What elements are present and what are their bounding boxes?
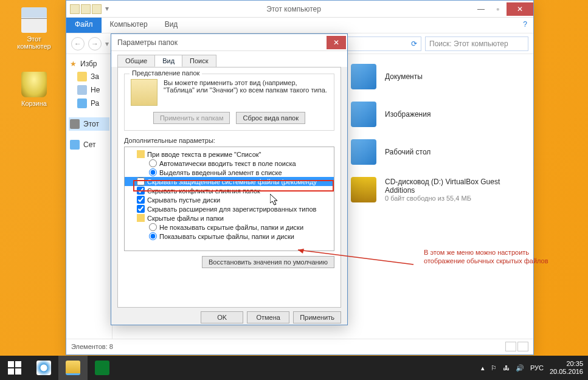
item-label: CD-дисковод (D:) VirtualBox Guest Additi… <box>385 178 519 195</box>
store-icon <box>95 361 109 375</box>
tab-search[interactable]: Поиск <box>182 55 216 67</box>
annotation-text: В этом же меню можно настроить отображен… <box>424 248 564 266</box>
ribbon: Файл Компьютер Вид ? <box>66 18 533 33</box>
status-bar: Элементов: 8 <box>66 339 533 353</box>
search-input[interactable]: Поиск: Этот компьютер <box>425 36 528 51</box>
list-item[interactable]: Рабочий стол <box>351 136 521 173</box>
ribbon-tab-view[interactable]: Вид <box>156 18 187 33</box>
maximize-button[interactable]: ▫ <box>489 2 507 16</box>
radio[interactable] <box>149 168 157 176</box>
restore-defaults-button[interactable]: Восстановить значения по умолчанию <box>202 256 334 268</box>
tree-item[interactable]: Скрывать конфликты слияния папок <box>125 186 334 195</box>
list-item[interactable]: Документы <box>351 60 521 98</box>
windows-icon <box>8 361 21 375</box>
explorer-icon <box>66 361 80 375</box>
qat-icon[interactable] <box>92 4 102 14</box>
group-label: Представление папок <box>130 69 202 77</box>
sidebar-item-network[interactable]: Сет <box>69 138 109 151</box>
list-item[interactable]: Изображения <box>351 98 521 136</box>
ie-icon <box>36 361 51 375</box>
chevron-down-icon[interactable]: ▾ <box>105 40 109 48</box>
folder-views-group: Представление папок Вы можете применить … <box>124 74 334 131</box>
taskbar-ie[interactable] <box>29 356 58 380</box>
tree-item[interactable]: Автоматически вводить текст в поле поиск… <box>125 159 334 168</box>
folder-icon <box>351 139 376 165</box>
start-button[interactable] <box>0 356 29 380</box>
monitor-icon <box>21 7 47 33</box>
chevron-down-icon[interactable]: ▾ <box>103 4 111 14</box>
list-item[interactable]: CD-дисковод (D:) VirtualBox Guest Additi… <box>351 173 521 211</box>
tree-item[interactable]: Показывать скрытые файлы, папки и диски <box>125 232 334 241</box>
tray-date: 20.05.2016 <box>550 368 583 376</box>
refresh-icon[interactable]: ⟳ <box>411 40 417 48</box>
sidebar-item-downloads[interactable]: За <box>69 70 109 83</box>
sidebar-item-desktop[interactable]: Ра <box>69 97 109 110</box>
radio[interactable] <box>149 159 157 167</box>
tree-item[interactable]: Скрывать расширения для зарегистрированн… <box>125 204 334 213</box>
dialog-title: Параметры папок <box>117 38 178 47</box>
forward-button[interactable]: → <box>88 37 102 50</box>
close-button[interactable]: ✕ <box>507 2 533 16</box>
apply-button[interactable]: Применить <box>293 311 341 323</box>
taskbar-explorer[interactable] <box>58 356 88 380</box>
folder-icon <box>351 64 376 89</box>
folder-options-dialog: Параметры папок ✕ Общие Вид Поиск Предст… <box>111 33 348 325</box>
tray-time: 20:35 <box>550 360 583 368</box>
item-sublabel: 0 байт свободно из 55,4 МБ <box>385 195 519 202</box>
tab-general[interactable]: Общие <box>117 55 155 67</box>
taskbar-store[interactable] <box>88 356 117 380</box>
reset-folders-button[interactable]: Сброс вида папок <box>236 112 305 124</box>
tray-lang[interactable]: РУС <box>530 364 544 371</box>
close-button[interactable]: ✕ <box>327 36 346 49</box>
desktop-icon-label: Корзина <box>11 100 57 107</box>
sidebar-item-favorites[interactable]: ★Избр <box>69 58 109 70</box>
ok-button[interactable]: OK <box>201 311 243 323</box>
tray-volume-icon[interactable]: 🔊 <box>516 364 524 372</box>
dialog-titlebar: Параметры папок ✕ <box>111 34 347 51</box>
desktop-icon-bin[interactable]: Корзина <box>11 72 57 107</box>
radio[interactable] <box>149 223 157 231</box>
folder-icon <box>70 4 80 14</box>
item-label: Документы <box>385 72 423 81</box>
desktop-icon-pc[interactable]: Этот компьютер <box>11 7 57 50</box>
advanced-settings-tree[interactable]: При вводе текста в режиме "Список" Автом… <box>124 147 334 251</box>
tree-item[interactable]: Выделять введенный элемент в списке <box>125 168 334 177</box>
tray-chevron-icon[interactable]: ▴ <box>481 364 485 372</box>
radio[interactable] <box>149 232 157 240</box>
taskbar: ▴ ⚐ 🖧 🔊 РУС 20:35 20.05.2016 <box>0 356 588 380</box>
tree-item[interactable]: Не показывать скрытые файлы, папки и дис… <box>125 223 334 232</box>
item-label: Изображения <box>385 110 431 119</box>
cancel-button[interactable]: Отмена <box>247 311 289 323</box>
help-icon[interactable]: ? <box>517 18 533 33</box>
back-button[interactable]: ← <box>71 37 85 50</box>
status-text: Элементов: 8 <box>71 343 113 350</box>
sidebar-item-thispc[interactable]: Этот <box>69 117 109 131</box>
disc-icon <box>351 177 376 202</box>
view-large-icon[interactable] <box>517 342 528 351</box>
sidebar-item-recent[interactable]: Не <box>69 83 109 97</box>
tree-item-hide-protected[interactable]: Скрывать защищенные системные файлы (рек… <box>125 177 334 186</box>
checkbox[interactable] <box>137 178 145 185</box>
apply-to-folders-button[interactable]: Применить к папкам <box>153 112 230 124</box>
group-desc: Вы можете применить этот вид (например, … <box>164 79 328 106</box>
tray-network-icon[interactable]: 🖧 <box>503 364 510 371</box>
checkbox[interactable] <box>137 205 145 213</box>
qat-icon[interactable] <box>81 4 91 14</box>
tree-item[interactable]: Скрывать пустые диски <box>125 195 334 204</box>
folder-view-icon <box>131 79 157 106</box>
checkbox[interactable] <box>137 196 145 204</box>
ribbon-tab-file[interactable]: Файл <box>66 18 102 33</box>
folder-icon <box>351 102 376 127</box>
checkbox[interactable] <box>137 187 145 195</box>
view-details-icon[interactable] <box>505 342 516 351</box>
advanced-label: Дополнительные параметры: <box>124 137 334 144</box>
search-placeholder: Поиск: Этот компьютер <box>429 40 508 48</box>
tree-item: При вводе текста в режиме "Список" <box>125 150 334 159</box>
tray-flag-icon[interactable]: ⚐ <box>491 364 497 372</box>
ribbon-tab-computer[interactable]: Компьютер <box>102 18 156 33</box>
tab-view[interactable]: Вид <box>154 55 182 67</box>
folder-icon <box>137 150 145 158</box>
tray-clock[interactable]: 20:35 20.05.2016 <box>550 360 583 376</box>
minimize-button[interactable]: — <box>472 2 489 16</box>
folder-icon <box>137 214 145 222</box>
